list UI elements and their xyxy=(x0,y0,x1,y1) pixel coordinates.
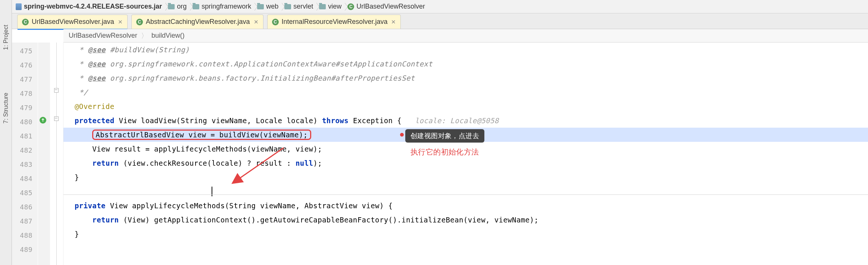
chevron-right-icon: 〉 xyxy=(141,31,148,40)
line-number: 485 xyxy=(12,186,38,200)
class-icon: C xyxy=(22,19,29,25)
line-number: 482 xyxy=(12,143,38,158)
fold-gutter xyxy=(50,43,63,265)
line-number: 484 xyxy=(12,172,38,186)
class-icon: C xyxy=(347,3,354,10)
editor-tabs: CUrlBasedViewResolver.java✕ CAbstractCac… xyxy=(12,13,868,29)
class-icon: C xyxy=(272,19,279,25)
line-number: 489 xyxy=(12,243,38,257)
breadcrumb-item[interactable]: view xyxy=(317,0,345,13)
fold-toggle-icon[interactable] xyxy=(54,88,59,93)
annotation-arrow-icon xyxy=(228,144,291,189)
breadcrumb-label: UrlBasedViewResolver xyxy=(356,3,425,10)
code-editor[interactable]: * @see #buildView(String) * @see org.spr… xyxy=(63,43,868,265)
line-number: 483 xyxy=(12,158,38,172)
project-tool-button[interactable]: 1: Project xyxy=(0,11,12,63)
breadcrumb-item[interactable]: servlet xyxy=(282,0,317,13)
tool-window-rail: 1: Project 7: Structure xyxy=(0,0,12,265)
breadcrumb-label: org xyxy=(177,3,187,10)
class-icon: C xyxy=(136,19,143,25)
editor-tab[interactable]: CUrlBasedViewResolver.java✕ xyxy=(17,15,128,29)
close-icon[interactable]: ✕ xyxy=(391,19,396,25)
breadcrumb-label: spring-webmvc-4.2.4.RELEASE-sources.jar xyxy=(24,3,162,10)
line-number: 475 xyxy=(12,44,38,58)
line-number: 487 xyxy=(12,214,38,228)
gutter-icons xyxy=(38,43,50,265)
folder-icon xyxy=(168,4,175,9)
caret-line xyxy=(63,184,868,199)
breadcrumb-label: web xyxy=(266,3,278,10)
breadcrumb-item[interactable]: springframework xyxy=(190,0,255,13)
jar-icon xyxy=(16,3,22,10)
breadcrumb-item[interactable]: org xyxy=(166,0,190,13)
structure-tool-button[interactable]: 7: Structure xyxy=(0,82,12,134)
svg-line-0 xyxy=(235,148,284,181)
project-tool-label: 1: Project xyxy=(3,25,9,50)
line-number: 476 xyxy=(12,58,38,72)
breadcrumb-item[interactable]: CUrlBasedViewResolver xyxy=(345,0,429,13)
highlight-box: AbstractUrlBasedView view = buildView(vi… xyxy=(92,130,311,140)
line-number: 480 xyxy=(12,115,38,129)
line-number-gutter: 475 476 477 478 479 480 481 482 483 484 … xyxy=(12,43,38,265)
method-separator xyxy=(63,194,868,195)
structure-tool-label: 7: Structure xyxy=(3,93,9,124)
line-number: 488 xyxy=(12,228,38,243)
breadcrumb-item[interactable]: spring-webmvc-4.2.4.RELEASE-sources.jar xyxy=(13,0,166,13)
breadcrumb-label: view xyxy=(328,3,341,10)
fold-toggle-icon[interactable] xyxy=(54,116,59,121)
editor-tab[interactable]: CInternalResourceViewResolver.java✕ xyxy=(267,15,401,29)
breadcrumb-item[interactable]: web xyxy=(255,0,282,13)
close-icon[interactable]: ✕ xyxy=(254,19,259,25)
line-number: 479 xyxy=(12,101,38,115)
method-crumb-class[interactable]: UrlBasedViewResolver xyxy=(69,32,137,40)
editor-tab-label: InternalResourceViewResolver.java xyxy=(282,18,388,26)
annotation-note: 执行它的初始化方法 xyxy=(410,147,479,157)
override-gutter-icon[interactable] xyxy=(40,117,46,124)
method-breadcrumb: UrlBasedViewResolver 〉 buildView() xyxy=(63,29,868,43)
inline-hint: locale: Locale@5058 xyxy=(415,116,499,125)
folder-icon xyxy=(193,4,199,9)
line-number: 481 xyxy=(12,129,38,143)
line-number: 478 xyxy=(12,87,38,101)
folder-icon xyxy=(319,4,326,9)
folder-icon xyxy=(284,4,291,9)
folder-icon xyxy=(257,4,264,9)
line-number: 486 xyxy=(12,200,38,214)
close-icon[interactable]: ✕ xyxy=(118,19,123,25)
line-number: 477 xyxy=(12,72,38,87)
annotation-tooltip: 创建视图对象，点进去 xyxy=(405,129,484,143)
method-crumb-method[interactable]: buildView() xyxy=(152,32,185,40)
breadcrumb-label: springframework xyxy=(202,3,251,10)
editor-tab-label: AbstractCachingViewResolver.java xyxy=(146,18,250,26)
editor-tab-label: UrlBasedViewResolver.java xyxy=(32,18,114,26)
navigation-breadcrumb: spring-webmvc-4.2.4.RELEASE-sources.jar … xyxy=(12,0,868,13)
breadcrumb-label: servlet xyxy=(293,3,313,10)
editor-tab[interactable]: CAbstractCachingViewResolver.java✕ xyxy=(131,15,263,29)
